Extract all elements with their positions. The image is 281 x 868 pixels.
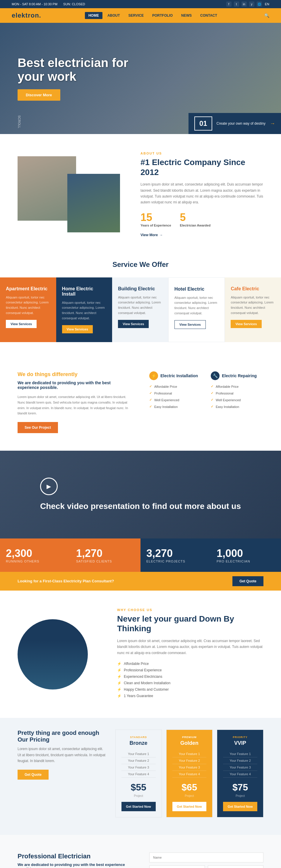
nav-links: HOME ABOUT SERVICE PORTFOLIO NEWS CONTAC… <box>85 12 221 19</box>
why-label: WHY CHOOSE US <box>117 608 263 612</box>
cta-button[interactable]: Get Quote <box>232 576 263 586</box>
service-title-building: Building Electric <box>118 286 162 291</box>
service-btn-building[interactable]: View Services <box>118 320 149 328</box>
price-cta-vvip[interactable]: Get Started Now <box>223 802 257 811</box>
service-text-hotel: Aliquam oportuit, tortor nec consectetur… <box>175 295 219 316</box>
nav-news[interactable]: NEWS <box>178 12 195 19</box>
price-feature-g4: Your Feature 4 <box>173 771 207 778</box>
different-right: ⚡ Electric Installation ✓ Affordable Pri… <box>149 371 263 433</box>
navbar: elektron. HOME ABOUT SERVICE PORTFOLIO N… <box>0 8 281 23</box>
why-feature-2: ⚡ Professional Experience <box>117 668 263 672</box>
why-feature-3: ⚡ Experienced Electricians <box>117 675 263 679</box>
contact-left: Professional Electrician We are dedicate… <box>18 852 132 868</box>
form-email-input[interactable] <box>208 865 263 868</box>
contact-title: Professional Electrician <box>18 852 132 860</box>
price-name-bronze: Bronze <box>122 740 156 746</box>
price-features-bronze: Your Feature 1 Your Feature 2 Your Featu… <box>122 751 156 778</box>
price-period-bronze: Project <box>122 794 156 798</box>
hero-cta-button[interactable]: Discover More <box>18 89 60 101</box>
service-btn-cafe[interactable]: View Services <box>231 320 261 328</box>
video-section: ▶ Check video presentation to find out m… <box>0 451 281 538</box>
nav-portfolio[interactable]: PORTFOLIO <box>149 12 176 19</box>
price-period-golden: Project <box>173 794 207 798</box>
stat-running: 2,300 RUNNING OTHERS <box>0 538 70 572</box>
top-bar: MON - SAT 8:00 AM - 10:30 PM SUN: CLOSED… <box>0 0 281 8</box>
service-card-cafe: Cafe Electric Aliquam oportuit, tortor n… <box>225 277 281 342</box>
lang-switcher[interactable]: EN <box>265 2 269 6</box>
price-amount-golden: $65 <box>173 782 207 793</box>
stat-experience: 15 Years of Experience <box>140 211 171 227</box>
why-feature-4: ⚡ Clean and Modern Installation <box>117 681 263 685</box>
about-stats: 15 Years of Experience 5 Electrician Awa… <box>140 211 263 227</box>
service-text-apartment: Aliquam oportuit, tortor nec consectetur… <box>6 295 50 315</box>
service-btn-hotel[interactable]: View Services <box>175 320 206 329</box>
price-features-golden: Your Feature 1 Your Feature 2 Your Featu… <box>173 751 207 778</box>
service-btn-home[interactable]: View Services <box>62 325 93 333</box>
price-feature-b4: Your Feature 4 <box>122 771 156 778</box>
different-text: Lorem ipsum dolor sit amet, consectetur … <box>18 394 132 416</box>
stat-projects-label: ELECTRIC PROJECTS <box>146 560 185 563</box>
why-section: WHY CHOOSE US Never let your guard Down … <box>0 591 281 718</box>
feature-professional-1: ✓ Professional <box>149 391 202 395</box>
stat-clients-num: 1,270 <box>76 547 102 560</box>
play-button[interactable]: ▶ <box>40 477 58 495</box>
arrow-right-icon: → <box>159 233 163 237</box>
about-images <box>18 156 129 232</box>
price-cta-bronze[interactable]: Get Started Now <box>122 802 156 811</box>
nav-home[interactable]: HOME <box>85 12 102 19</box>
form-name-input[interactable] <box>149 852 263 862</box>
lightning-icon: ⚡ <box>149 371 158 380</box>
nav-contact[interactable]: CONTACT <box>197 12 221 19</box>
price-features-vvip: Your Feature 1 Your Feature 2 Your Featu… <box>223 751 257 778</box>
price-cta-golden[interactable]: Get Started Now <box>173 802 207 811</box>
feature-affordable-2: ✓ Affordable Price <box>211 384 263 389</box>
slide-number: 01 <box>194 117 212 130</box>
price-feature-b1: Your Feature 1 <box>122 751 156 757</box>
feature-col-installation: ⚡ Electric Installation ✓ Affordable Pri… <box>149 371 202 433</box>
youtube-icon[interactable]: y <box>249 1 254 7</box>
slide-arrow-icon[interactable]: → <box>270 121 275 127</box>
price-badge-vvip: PRIORITY <box>223 736 257 739</box>
view-more-link[interactable]: View More → <box>140 233 263 237</box>
top-bar-right: f t in y 🌐 EN <box>226 1 269 7</box>
price-amount-vvip: $75 <box>223 782 257 793</box>
service-btn-apartment[interactable]: View Services <box>6 320 37 328</box>
contact-section: Professional Electrician We are dedicate… <box>0 835 281 868</box>
nav-about[interactable]: ABOUT <box>104 12 124 19</box>
why-content: WHY CHOOSE US Never let your guard Down … <box>117 608 263 700</box>
instagram-icon[interactable]: in <box>242 1 247 7</box>
video-content: ▶ Check video presentation to find out m… <box>40 477 241 512</box>
services-section: Service We Offer Apartment Electric Aliq… <box>0 255 281 354</box>
contact-subtitle: We are dedicated to providing you with t… <box>18 862 132 868</box>
about-label: ABOUT US <box>140 152 263 155</box>
different-subtitle: We are dedicated to providing you with t… <box>18 380 132 390</box>
why-title: Never let your guard Down By Thinking <box>117 614 263 633</box>
services-grid: Apartment Electric Aliquam oportuit, tor… <box>0 277 281 342</box>
closed-text: SUN: CLOSED <box>63 2 85 6</box>
pricing-inner: Pretty thing are good enough Our Pricing… <box>18 718 263 817</box>
twitter-icon[interactable]: t <box>234 1 239 7</box>
about-image-2 <box>67 174 120 232</box>
pricing-quote-button[interactable]: Get Quote <box>18 770 49 780</box>
service-text-building: Aliquam oportuit, tortor nec consectetur… <box>118 295 162 315</box>
globe-icon[interactable]: 🌐 <box>257 1 262 7</box>
cta-text: Looking for a First-Class Electricity Pl… <box>18 579 114 583</box>
stats-bar: 2,300 RUNNING OTHERS 1,270 SATISFIED CLI… <box>0 538 281 572</box>
nav-service[interactable]: SERVICE <box>125 12 147 19</box>
pricing-section: Pretty thing are good enough Our Pricing… <box>0 718 281 835</box>
stat-running-num: 2,300 <box>6 547 32 560</box>
service-card-hotel: Hotel Electric Aliquam oportuit, tortor … <box>168 277 225 342</box>
pricing-cards: STANDARD Bronze Your Feature 1 Your Feat… <box>115 730 263 817</box>
form-phone-input[interactable] <box>149 865 205 868</box>
slide-text: Create your own way of destiny <box>217 121 266 126</box>
different-section: We do things differently We are dedicate… <box>0 354 281 451</box>
logo[interactable]: elektron. <box>12 12 41 19</box>
project-button[interactable]: See Our Project <box>18 422 58 433</box>
search-icon[interactable]: 🔍 <box>264 13 269 18</box>
feature-col-repairing-title: 🔧 Electric Repairing <box>211 371 263 380</box>
feature-easy-1: ✓ Easy Installation <box>149 405 202 408</box>
top-bar-left: MON - SAT 8:00 AM - 10:30 PM SUN: CLOSED <box>12 2 85 6</box>
feature-experienced-1: ✓ Well Experienced <box>149 398 202 402</box>
facebook-icon[interactable]: f <box>226 1 231 7</box>
stat-running-label: RUNNING OTHERS <box>6 560 39 563</box>
